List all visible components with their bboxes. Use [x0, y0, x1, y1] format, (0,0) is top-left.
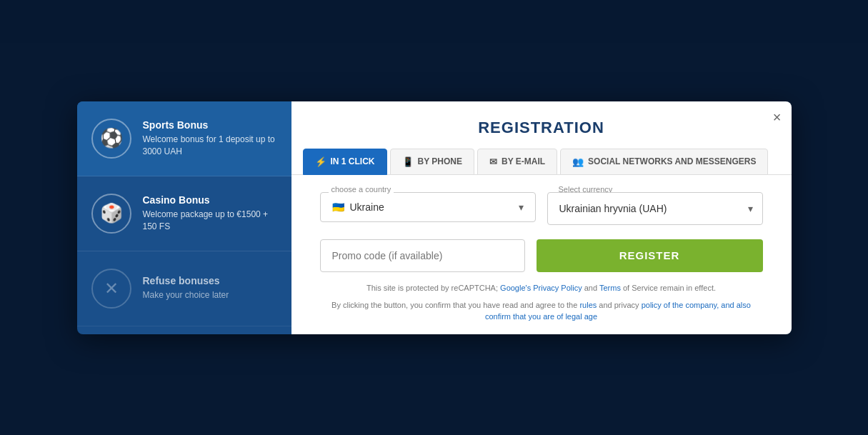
tab-one-click-icon: ⚡: [315, 156, 326, 167]
recaptcha-prefix: This site is protected by reCAPTCHA;: [366, 284, 498, 292]
sports-bonus-icon: ⚽: [91, 119, 131, 159]
register-button[interactable]: REGISTER: [537, 239, 763, 272]
currency-group: Select currency Ukrainian hryvnia (UAH): [547, 192, 763, 225]
form-area: choose a country 🇺🇦 Ukraine ▾ Select cur…: [291, 175, 792, 334]
refuse-bonus-item[interactable]: ✕ Refuse bonuses Make your choice later: [77, 251, 291, 326]
modal-title: REGISTRATION: [291, 101, 792, 149]
tab-social-icon: 👥: [572, 156, 584, 167]
sports-bonus-desc: Welcome bonus for 1 deposit up to 3000 U…: [143, 134, 277, 158]
close-button[interactable]: ×: [773, 110, 782, 124]
refuse-bonus-title: Refuse bonuses: [143, 275, 229, 286]
refuse-icon: ✕: [91, 269, 131, 309]
casino-bonus-item[interactable]: 🎲 Casino Bonus Welcome package up to €15…: [77, 176, 291, 251]
tab-one-click[interactable]: ⚡ IN 1 CLICK: [303, 149, 387, 175]
form-row-selects: choose a country 🇺🇦 Ukraine ▾ Select cur…: [320, 192, 763, 225]
tab-phone-label: BY PHONE: [418, 156, 462, 166]
refuse-bonus-desc: Make your choice later: [143, 289, 229, 301]
modal-wrapper: ⚽ Sports Bonus Welcome bonus for 1 depos…: [0, 0, 868, 435]
tabs-container: ⚡ IN 1 CLICK 📱 BY PHONE ✉ BY E-MAIL 👥 SO…: [291, 149, 792, 175]
tab-social-label: SOCIAL NETWORKS AND MESSENGERS: [588, 156, 756, 166]
country-chevron-icon: ▾: [519, 201, 524, 213]
tab-phone[interactable]: 📱 BY PHONE: [390, 149, 474, 175]
tab-social[interactable]: 👥 SOCIAL NETWORKS AND MESSENGERS: [560, 149, 768, 175]
left-panel: ⚽ Sports Bonus Welcome bonus for 1 depos…: [77, 101, 291, 334]
privacy-policy-link[interactable]: Google's Privacy Policy: [500, 284, 582, 292]
country-select[interactable]: 🇺🇦 Ukraine ▾: [320, 192, 536, 222]
sports-bonus-title: Sports Bonus: [143, 119, 277, 131]
right-panel: × REGISTRATION ⚡ IN 1 CLICK 📱 BY PHONE ✉…: [291, 101, 792, 334]
sports-bonus-text: Sports Bonus Welcome bonus for 1 deposit…: [143, 119, 277, 158]
recaptcha-suffix: of Service remain in effect.: [623, 284, 716, 292]
casino-bonus-text: Casino Bonus Welcome package up to €1500…: [143, 194, 277, 233]
agreement-prefix: By clicking the button, you confirm that…: [331, 301, 577, 309]
modal-layout: ⚽ Sports Bonus Welcome bonus for 1 depos…: [77, 101, 792, 334]
country-flag: 🇺🇦: [332, 201, 344, 213]
terms-link[interactable]: Terms: [599, 284, 621, 292]
casino-bonus-desc: Welcome package up to €1500 + 150 FS: [143, 209, 277, 233]
tab-phone-icon: 📱: [402, 156, 414, 167]
recaptcha-and: and: [584, 284, 597, 292]
recaptcha-notice: This site is protected by reCAPTCHA; Goo…: [320, 284, 763, 292]
currency-select[interactable]: Ukrainian hryvnia (UAH): [547, 192, 763, 225]
sports-bonus-item[interactable]: ⚽ Sports Bonus Welcome bonus for 1 depos…: [77, 101, 291, 176]
tab-email[interactable]: ✉ BY E-MAIL: [477, 149, 557, 175]
agreement-text: By clicking the button, you confirm that…: [320, 299, 763, 323]
tab-email-icon: ✉: [489, 156, 497, 167]
tab-email-label: BY E-MAIL: [502, 156, 545, 166]
rules-link[interactable]: rules: [579, 301, 597, 309]
country-value: Ukraine: [350, 201, 384, 213]
country-group: choose a country 🇺🇦 Ukraine ▾: [320, 192, 536, 225]
refuse-bonus-text: Refuse bonuses Make your choice later: [143, 275, 229, 301]
tab-one-click-label: IN 1 CLICK: [331, 156, 375, 166]
agreement-middle: and privacy: [599, 301, 639, 309]
form-row-promo: REGISTER: [320, 239, 763, 272]
country-label: choose a country: [329, 185, 394, 194]
casino-bonus-icon: 🎲: [91, 194, 131, 234]
casino-bonus-title: Casino Bonus: [143, 194, 277, 206]
currency-select-wrapper: Ukrainian hryvnia (UAH): [547, 192, 763, 225]
promo-code-input[interactable]: [320, 239, 525, 272]
